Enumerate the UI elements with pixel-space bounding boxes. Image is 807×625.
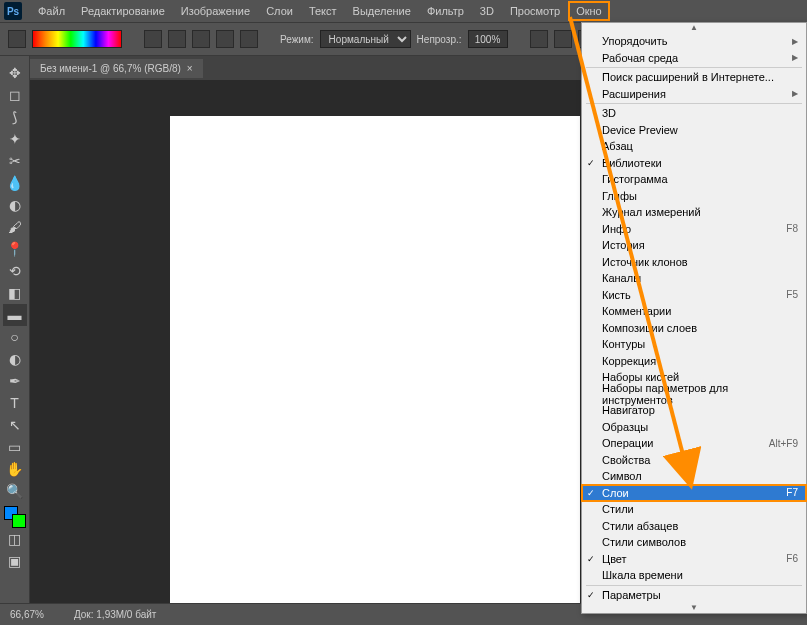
tool-path[interactable]: ↖	[3, 414, 27, 436]
tool-gradient[interactable]: ▬	[3, 304, 27, 326]
tool-screenmode[interactable]: ▣	[3, 550, 27, 572]
menu-item-label: Глифы	[602, 190, 637, 202]
tool-brush[interactable]: 🖌	[3, 216, 27, 238]
mode-select[interactable]: Нормальный	[320, 30, 411, 48]
menu-window[interactable]: Окно	[568, 1, 610, 21]
tool-hand[interactable]: ✋	[3, 458, 27, 480]
color-swatches[interactable]	[4, 506, 26, 524]
menu-file[interactable]: Файл	[30, 1, 73, 21]
menu-item-расширения[interactable]: Расширения▶	[582, 86, 806, 103]
menu-item-рабочая-среда[interactable]: Рабочая среда▶	[582, 50, 806, 67]
menu-item-гистограмма[interactable]: Гистограмма	[582, 171, 806, 188]
opacity-input[interactable]	[468, 30, 508, 48]
menu-item-композиции-слоев[interactable]: Композиции слоев	[582, 320, 806, 337]
tool-dodge[interactable]: ◐	[3, 348, 27, 370]
tool-type[interactable]: T	[3, 392, 27, 414]
tool-quickmask[interactable]: ◫	[3, 528, 27, 550]
tool-preset-icon[interactable]	[8, 30, 26, 48]
scroll-up-icon[interactable]: ▲	[582, 23, 806, 33]
tool-wand[interactable]: ✦	[3, 128, 27, 150]
menu-item-коррекция[interactable]: Коррекция	[582, 353, 806, 370]
menu-item-глифы[interactable]: Глифы	[582, 188, 806, 205]
menu-separator	[586, 67, 802, 68]
menu-item-журнал-измерений[interactable]: Журнал измерений	[582, 204, 806, 221]
document-tab[interactable]: Без имени-1 @ 66,7% (RGB/8) ×	[30, 59, 203, 78]
menu-item-абзац[interactable]: Абзац	[582, 138, 806, 155]
tool-pen[interactable]: ✒	[3, 370, 27, 392]
menu-item-label: Образцы	[602, 421, 648, 433]
menu-item-образцы[interactable]: Образцы	[582, 419, 806, 436]
gradient-radial-icon[interactable]	[168, 30, 186, 48]
menu-item-слои[interactable]: ✓СлоиF7	[582, 485, 806, 502]
check-icon: ✓	[587, 158, 595, 168]
tool-blur[interactable]: ○	[3, 326, 27, 348]
menu-item-библиотеки[interactable]: ✓Библиотеки	[582, 155, 806, 172]
tool-zoom[interactable]: 🔍	[3, 480, 27, 502]
menu-item-label: Гистограмма	[602, 173, 668, 185]
menu-item-device-preview[interactable]: Device Preview	[582, 122, 806, 139]
tab-close-icon[interactable]: ×	[187, 63, 193, 74]
tool-stamp[interactable]: 📍	[3, 238, 27, 260]
tool-crop[interactable]: ✂	[3, 150, 27, 172]
menu-item-символ[interactable]: Символ	[582, 468, 806, 485]
menu-item-кисть[interactable]: КистьF5	[582, 287, 806, 304]
menu-item-свойства[interactable]: Свойства	[582, 452, 806, 469]
app-logo: Ps	[4, 2, 22, 20]
tool-marquee[interactable]: ◻	[3, 84, 27, 106]
check-icon: ✓	[587, 554, 595, 564]
menu-item-источник-клонов[interactable]: Источник клонов	[582, 254, 806, 271]
gradient-linear-icon[interactable]	[144, 30, 162, 48]
menu-item-цвет[interactable]: ✓ЦветF6	[582, 551, 806, 568]
scroll-down-icon[interactable]: ▼	[582, 603, 806, 613]
menu-item-label: Расширения	[602, 88, 666, 100]
menu-item-инфо[interactable]: ИнфоF8	[582, 221, 806, 238]
menu-item-стили-символов[interactable]: Стили символов	[582, 534, 806, 551]
menu-text[interactable]: Текст	[301, 1, 345, 21]
menu-item-поиск-расширений-в-интернете-[interactable]: Поиск расширений в Интернете...	[582, 69, 806, 86]
opt-reverse-icon[interactable]	[530, 30, 548, 48]
menu-item-операции[interactable]: ОперацииAlt+F9	[582, 435, 806, 452]
menu-item-контуры[interactable]: Контуры	[582, 336, 806, 353]
menu-item-наборы-параметров-для-инструментов[interactable]: Наборы параметров для инструментов	[582, 386, 806, 403]
menu-item-label: Коррекция	[602, 355, 656, 367]
menu-item-label: Композиции слоев	[602, 322, 697, 334]
menu-view[interactable]: Просмотр	[502, 1, 568, 21]
tool-move[interactable]: ✥	[3, 62, 27, 84]
shortcut-label: F6	[786, 553, 798, 564]
menu-layers[interactable]: Слои	[258, 1, 301, 21]
opt-dither-icon[interactable]	[554, 30, 572, 48]
menu-item-комментарии[interactable]: Комментарии	[582, 303, 806, 320]
menu-item-история[interactable]: История	[582, 237, 806, 254]
shortcut-label: F7	[786, 487, 798, 498]
canvas[interactable]	[170, 116, 580, 616]
tool-shape[interactable]: ▭	[3, 436, 27, 458]
menu-item-упорядочить[interactable]: Упорядочить▶	[582, 33, 806, 50]
menu-item-шкала-времени[interactable]: Шкала времени	[582, 567, 806, 584]
menu-item-label: Device Preview	[602, 124, 678, 136]
menu-select[interactable]: Выделение	[345, 1, 419, 21]
menu-3d[interactable]: 3D	[472, 1, 502, 21]
tool-spot-heal[interactable]: ◐	[3, 194, 27, 216]
menu-item-label: Источник клонов	[602, 256, 688, 268]
gradient-diamond-icon[interactable]	[240, 30, 258, 48]
menu-item-label: Операции	[602, 437, 653, 449]
menu-item-3d[interactable]: 3D	[582, 105, 806, 122]
tool-lasso[interactable]: ⟆	[3, 106, 27, 128]
gradient-angle-icon[interactable]	[192, 30, 210, 48]
zoom-level[interactable]: 66,67%	[10, 609, 44, 620]
background-color[interactable]	[12, 514, 26, 528]
gradient-preview[interactable]	[32, 30, 122, 48]
menu-filter[interactable]: Фильтр	[419, 1, 472, 21]
gradient-reflected-icon[interactable]	[216, 30, 234, 48]
menu-item-стили[interactable]: Стили	[582, 501, 806, 518]
menu-image[interactable]: Изображение	[173, 1, 258, 21]
menu-item-каналы[interactable]: Каналы	[582, 270, 806, 287]
tool-eraser[interactable]: ◧	[3, 282, 27, 304]
menu-edit[interactable]: Редактирование	[73, 1, 173, 21]
tool-eyedropper[interactable]: 💧	[3, 172, 27, 194]
menu-item-label: Стили абзацев	[602, 520, 678, 532]
tool-history-brush[interactable]: ⟲	[3, 260, 27, 282]
menu-item-навигатор[interactable]: Навигатор	[582, 402, 806, 419]
menu-item-параметры[interactable]: ✓Параметры	[582, 587, 806, 604]
menu-item-стили-абзацев[interactable]: Стили абзацев	[582, 518, 806, 535]
